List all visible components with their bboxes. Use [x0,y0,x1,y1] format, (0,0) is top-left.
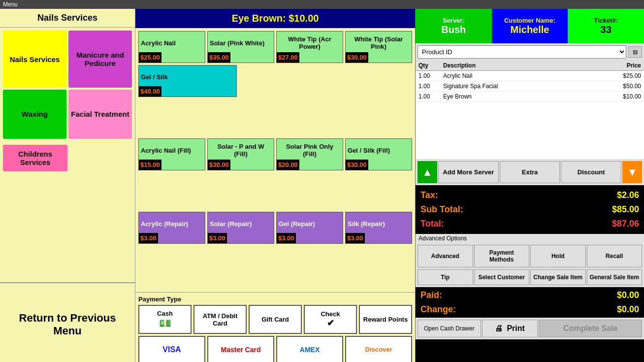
product-id-select[interactable]: Product ID [418,45,626,59]
subtotal-row: Sub Total: $85.00 [420,202,639,217]
table-row[interactable]: 1.00Eye Brown$10.00 [416,92,644,102]
server-label: Server: [443,17,465,24]
pay-discover[interactable]: Discover [345,336,412,362]
sidebar-title: Nails Services [0,9,135,28]
product-solar-pw-fill[interactable]: Solar - P and W (Fill) $30.00 [207,138,274,170]
open-cash-drawer-button[interactable]: Open Cash Drawer [418,320,481,337]
sidebar-item-manicure[interactable]: Manicure and Pedicure [68,31,132,88]
change-label: Change: [420,304,456,315]
ticket-box: Ticket#: 33 [568,9,644,43]
ticket-value: 33 [601,24,612,35]
product-silk-repair[interactable]: Silk (Repair) $3.00 [345,212,412,244]
col-qty: Qty [416,61,440,71]
product-gel-silk-fill[interactable]: Gel / Silk (Fill) $30.00 [345,138,412,170]
add-more-server-button[interactable]: Add More Server [438,161,499,183]
top-bar: Menu [0,0,644,9]
subtotal-label: Sub Total: [420,204,463,215]
total-label: Total: [420,219,444,229]
pay-visa[interactable]: VISA [138,336,205,362]
order-table: Qty Description Price 1.00Acrylic Nail$2… [416,61,644,159]
product-white-tip-solar[interactable]: White Tip (Solar Pink) $30.00 [345,31,412,63]
product-row-1: Acrylic Nail $25.00 Solar (Pink White) $… [138,31,412,63]
scroll-up-button[interactable]: ▲ [418,161,437,183]
payment-label: Payment Type [138,296,412,303]
print-button[interactable]: 🖨 Print [482,320,538,337]
payment-grid-row1: Cash 💵 ATM / Debit Card Gift Card Check … [138,305,412,334]
product-solar-pink-fill[interactable]: Solar Pink Only (Fill) $20.00 [276,138,343,170]
scroll-down-button[interactable]: ▼ [622,161,642,183]
sidebar-item-nails[interactable]: Nails Services [3,31,66,88]
change-value: $0.00 [617,304,639,315]
general-sale-item-button[interactable]: General Sale Item [587,269,643,285]
total-value: $87.06 [612,219,639,229]
recall-button[interactable]: Recall [587,245,643,267]
change-sale-item-button[interactable]: Change Sale Item [530,269,586,285]
discount-button[interactable]: Discount [561,161,621,183]
ticket-label: Ticket#: [594,17,618,24]
product-white-tip-acr[interactable]: White Tip (Acr Power) $27.00 [276,31,343,63]
tax-value: $2.06 [617,190,639,200]
col-desc: Description [440,61,586,71]
tax-row: Tax: $2.06 [420,188,639,202]
hold-button[interactable]: Hold [530,245,586,267]
product-solar-pink-white[interactable]: Solar (Pink White) $35.00 [207,31,274,63]
pay-mastercard[interactable]: Master Card [207,336,274,362]
center-panel: Eye Brown: $10.00 Acrylic Nail $25.00 So… [135,9,415,362]
pay-cash[interactable]: Cash 💵 [138,305,192,334]
tip-button[interactable]: Tip [418,269,473,285]
return-button[interactable]: Return to Previous Menu [0,282,135,362]
product-gel-repair[interactable]: Gel (Repair) $3.00 [276,212,343,244]
menu-label: Menu [3,1,18,8]
tax-label: Tax: [420,190,438,200]
subtotal-value: $85.00 [612,204,639,215]
pay-atm[interactable]: ATM / Debit Card [193,305,247,334]
payment-grid-row2: VISA Master Card AMEX Discover [138,336,412,362]
product-acrylic-repair[interactable]: Acrylic (Repair) $3.00 [138,212,205,244]
pay-amex[interactable]: AMEX [276,336,343,362]
sidebar-item-childrens[interactable]: Childrens Services [3,145,67,171]
product-acrylic-nail[interactable]: Acrylic Nail $25.00 [138,31,205,63]
pay-reward[interactable]: Reward Points [359,305,412,334]
paid-value: $0.00 [617,290,639,300]
complete-sale-button[interactable]: Complete Sale [539,320,642,337]
center-header: Eye Brown: $10.00 [135,9,415,28]
paid-change-area: Paid: $0.00 Change: $0.00 [416,287,644,318]
advanced-button[interactable]: Advanced [418,245,473,267]
sidebar-grid: Nails Services Manicure and Pedicure Wax… [0,28,135,142]
advanced-row1: Advanced Payment Methods Hold Recall [416,243,644,269]
product-gel-silk[interactable]: Gel / Silk $40.00 [138,65,237,97]
product-id-button[interactable]: ▤ [628,46,642,58]
product-id-row: Product ID ▤ [416,43,644,61]
table-row[interactable]: 1.00Acrylic Nail$25.00 [416,71,644,81]
customer-box: Customer Name: Michelle [492,9,568,43]
total-row: Total: $87.06 [420,217,639,231]
product-row-2: Gel / Silk $40.00 [138,65,412,97]
payment-methods-button[interactable]: Payment Methods [474,245,530,267]
pay-gift[interactable]: Gift Card [249,305,302,334]
sidebar: Nails Services Nails Services Manicure a… [0,9,135,362]
select-customer-button[interactable]: Select Customer [474,269,530,285]
right-panel: Server: Bush Customer Name: Michelle Tic… [415,9,644,362]
server-box: Server: Bush [416,9,492,43]
advanced-options-label: Advanced Options [416,234,644,243]
change-row: Change: $0.00 [420,302,639,317]
server-value: Bush [441,24,466,35]
bottom-actions: Open Cash Drawer 🖨 Print Complete Sale [416,318,644,339]
table-row[interactable]: 1.00Signature Spa Facial$50.00 [416,81,644,92]
pay-check[interactable]: Check ✔ [304,305,357,334]
col-price: Price [586,61,644,71]
printer-icon: 🖨 [495,324,503,333]
product-solar-repair[interactable]: Solar (Repair) $3.00 [207,212,274,244]
sidebar-item-facial[interactable]: Facial Treatment [68,90,132,138]
product-row-3: Acrylic Nail (Fill) $15.00 Solar - P and… [138,138,412,170]
server-row: Server: Bush Customer Name: Michelle Tic… [416,9,644,43]
paid-label: Paid: [420,290,442,300]
product-acrylic-fill[interactable]: Acrylic Nail (Fill) $15.00 [138,138,205,170]
advanced-row2: Tip Select Customer Change Sale Item Gen… [416,269,644,287]
product-row-4: Acrylic (Repair) $3.00 Solar (Repair) $3… [138,212,412,244]
paid-row: Paid: $0.00 [420,288,639,302]
totals-area: Tax: $2.06 Sub Total: $85.00 Total: $87.… [416,185,644,234]
action-row: ▲ Add More Server Extra Discount ▼ [416,159,644,185]
sidebar-item-waxing[interactable]: Waxing [3,90,66,138]
extra-button[interactable]: Extra [500,161,560,183]
